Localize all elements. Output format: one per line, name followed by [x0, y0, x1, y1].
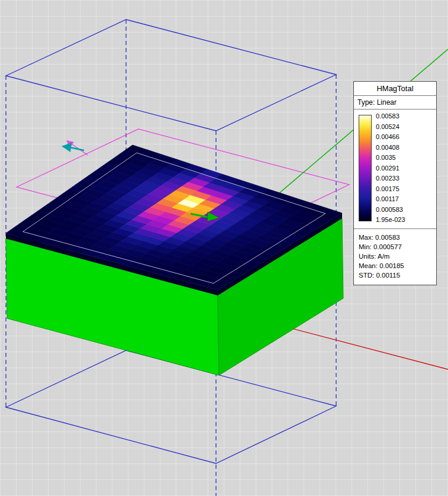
boundary-box-top-face [6, 20, 336, 131]
legend-scale-label: 0.00233 [376, 175, 405, 182]
legend-stat-line: Units: A/m [359, 252, 431, 261]
legend-scale-label: 0.00408 [376, 144, 405, 151]
legend-scale-label: 0.00524 [376, 124, 405, 130]
legend-stat-line: Mean: 0.00185 [359, 261, 431, 270]
legend-scale-label: 1.95e-023 [376, 217, 405, 223]
legend-stat-line: Min: 0.000577 [359, 242, 431, 252]
legend-stat-line: STD: 0.00115 [359, 270, 431, 280]
legend-scale-label: 0.00466 [376, 134, 405, 140]
legend-scale-label: 0.000583 [376, 207, 405, 213]
legend-scale-label: 0.00583 [376, 113, 405, 120]
legend-colorbar [359, 115, 372, 221]
legend-scale-label: 0.0035 [376, 154, 405, 161]
legend-title: HMagTotal [354, 82, 436, 96]
x-axis [269, 323, 448, 369]
orientation-arrow-teal-head [62, 143, 72, 152]
legend-scale: 0.005830.005240.004660.004080.00350.0029… [354, 109, 436, 229]
boundary-box-bottom-face [6, 350, 336, 463]
orientation-arrows [62, 140, 88, 155]
legend-scale-label: 0.00175 [376, 186, 405, 192]
field-legend[interactable]: HMagTotal Type: Linear 0.005830.005240.0… [353, 81, 437, 285]
legend-scale-labels: 0.005830.005240.004660.004080.00350.0029… [376, 113, 405, 223]
legend-type: Type: Linear [354, 96, 436, 109]
legend-scale-label: 0.00117 [376, 196, 405, 202]
legend-stats: Max: 0.00583Min: 0.000577Units: A/mMean:… [354, 229, 436, 285]
legend-scale-label: 0.00291 [376, 165, 405, 172]
legend-stat-line: Max: 0.00583 [359, 233, 431, 242]
